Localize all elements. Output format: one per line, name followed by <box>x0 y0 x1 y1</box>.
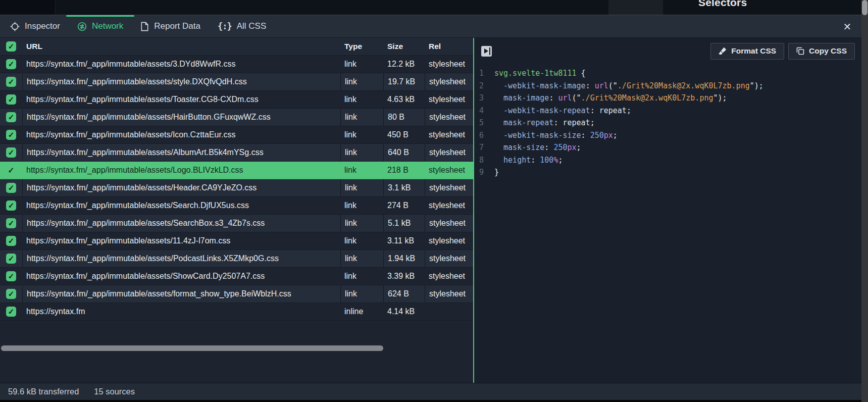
row-checkbox-cell: ✓ <box>0 200 22 211</box>
row-checkbox-cell: ✓ <box>0 77 22 87</box>
tab-label: All CSS <box>237 21 267 31</box>
table-row[interactable]: ✓ https://syntax.fm/_app/immutable/asset… <box>0 162 473 179</box>
row-size: 12.2 kB <box>383 60 425 69</box>
row-checkbox-cell: ✓ <box>0 289 22 299</box>
row-checkbox[interactable]: ✓ <box>6 94 16 105</box>
paintbrush-icon <box>719 47 727 55</box>
row-url: https://syntax.fm/_app/immutable/assets/… <box>22 272 340 281</box>
row-checkbox-cell: ✓ <box>0 218 22 228</box>
line-code: mask-repeat: repeat; <box>487 117 595 129</box>
row-type: link <box>340 73 383 90</box>
row-url: https://syntax.fm/_app/immutable/assets/… <box>22 95 340 104</box>
row-rel: stylesheet <box>425 109 473 126</box>
row-url: https://syntax.fm/_app/immutable/assets/… <box>22 236 340 245</box>
row-url: https://syntax.fm <box>22 307 340 316</box>
format-css-button[interactable]: Format CSS <box>710 43 784 60</box>
tab-all-css[interactable]: {:} All CSS <box>218 15 266 37</box>
select-all-checkbox[interactable]: ✓ <box>6 41 16 52</box>
row-type: link <box>340 109 383 126</box>
row-rel: stylesheet <box>425 215 473 232</box>
code-line: 2 -webkit-mask-image: url("./Grit%20Mask… <box>479 80 868 92</box>
row-url: https://syntax.fm/_app/immutable/assets/… <box>22 73 340 90</box>
row-checkbox[interactable]: ✓ <box>6 112 16 122</box>
sources-count: 15 sources <box>94 387 135 396</box>
select-all-checkbox-cell: ✓ <box>0 41 22 52</box>
copy-css-button[interactable]: Copy CSS <box>788 43 855 60</box>
row-checkbox[interactable]: ✓ <box>6 77 16 87</box>
table-row[interactable]: ✓ https://syntax.fm/_app/immutable/asset… <box>0 91 473 109</box>
row-size: 640 B <box>383 144 425 161</box>
row-size: 274 B <box>383 201 425 210</box>
line-code: -webkit-mask-repeat: repeat; <box>487 105 631 117</box>
column-header-url: URL <box>22 42 340 51</box>
table-row[interactable]: ✓ https://syntax.fm/_app/immutable/asset… <box>0 268 473 285</box>
row-checkbox[interactable]: ✓ <box>6 183 16 193</box>
row-checkbox[interactable]: ✓ <box>6 147 16 158</box>
table-row[interactable]: ✓ https://syntax.fm/_app/immutable/asset… <box>0 215 473 232</box>
row-checkbox-cell: ✓ <box>0 94 22 105</box>
code-line: 9 } <box>479 166 868 179</box>
table-row[interactable]: ✓ https://syntax.fm/_app/immutable/asset… <box>0 285 473 303</box>
row-url: https://syntax.fm/_app/immutable/assets/… <box>22 215 340 232</box>
table-row[interactable]: ✓ https://syntax.fm/_app/immutable/asset… <box>0 109 473 126</box>
page-behind-block <box>0 0 56 15</box>
screen: Selectors Inspector <box>0 0 868 402</box>
row-type: link <box>340 285 383 303</box>
page-selectors-heading: Selectors <box>698 0 747 9</box>
table-row[interactable]: ✓ https://syntax.fm/_app/immutable/asset… <box>0 73 473 91</box>
row-checkbox-cell: ✓ <box>0 307 22 317</box>
table-row[interactable]: ✓ https://syntax.fm inline 4.14 kB <box>0 303 473 321</box>
table-row[interactable]: ✓ https://syntax.fm/_app/immutable/asset… <box>0 232 473 250</box>
expand-panel-button[interactable] <box>481 46 492 57</box>
table-row[interactable]: ✓ https://syntax.fm/_app/immutable/asset… <box>0 126 473 144</box>
row-checkbox[interactable]: ✓ <box>6 271 16 281</box>
row-size: 624 B <box>383 285 425 303</box>
row-type: link <box>340 250 383 267</box>
row-checkbox-cell: ✓ <box>0 147 22 158</box>
row-url: https://syntax.fm/_app/immutable/assets/… <box>22 179 340 196</box>
format-css-label: Format CSS <box>731 46 776 56</box>
row-type: link <box>340 215 383 232</box>
row-checkbox-cell: ✓ <box>0 271 22 281</box>
row-type: link <box>340 272 383 281</box>
row-checkbox[interactable]: ✓ <box>6 307 16 317</box>
code-line: 3 mask-image: url("./Grit%20Mask@2x.wqK0… <box>479 92 868 105</box>
row-checkbox[interactable]: ✓ <box>6 254 16 264</box>
line-number: 3 <box>479 92 487 105</box>
row-checkbox[interactable]: ✓ <box>6 200 16 211</box>
row-type: link <box>340 201 383 210</box>
line-number: 5 <box>479 117 487 129</box>
row-type: link <box>340 95 383 104</box>
table-row[interactable]: ✓ https://syntax.fm/_app/immutable/asset… <box>0 197 473 215</box>
line-code: -webkit-mask-image: url("./Grit%20Mask@2… <box>487 80 763 92</box>
table-row[interactable]: ✓ https://syntax.fm/_app/immutable/asset… <box>0 250 473 268</box>
transferred-total: 59.6 kB transferred <box>8 387 79 396</box>
close-icon[interactable]: ✕ <box>842 21 853 32</box>
row-checkbox[interactable]: ✓ <box>6 236 16 246</box>
tab-inspector[interactable]: Inspector <box>10 15 60 37</box>
row-size: 4.63 kB <box>383 95 425 104</box>
horizontal-scrollbar-thumb[interactable] <box>1 345 383 351</box>
row-checkbox[interactable]: ✓ <box>6 218 16 228</box>
page-scrollbar-thumb[interactable] <box>862 0 867 15</box>
row-checkbox[interactable]: ✓ <box>6 289 16 299</box>
row-checkbox-cell: ✓ <box>0 112 22 122</box>
table-row[interactable]: ✓ https://syntax.fm/_app/immutable/asset… <box>0 56 473 73</box>
tab-network[interactable]: Network <box>77 15 123 37</box>
row-checkbox[interactable]: ✓ <box>8 166 14 175</box>
css-code-viewer[interactable]: 1 svg.svelte-1tw8111 { 2 -webkit-mask-im… <box>474 64 868 179</box>
row-checkbox-cell: ✓ <box>0 236 22 246</box>
row-size: 4.14 kB <box>383 307 425 316</box>
row-url: https://syntax.fm/_app/immutable/assets/… <box>22 166 340 175</box>
table-row[interactable]: ✓ https://syntax.fm/_app/immutable/asset… <box>0 179 473 197</box>
row-url: https://syntax.fm/_app/immutable/assets/… <box>22 60 340 69</box>
row-checkbox[interactable]: ✓ <box>6 130 16 140</box>
row-url: https://syntax.fm/_app/immutable/assets/… <box>22 250 340 267</box>
row-checkbox[interactable]: ✓ <box>6 59 16 69</box>
page-scrollbar-track[interactable] <box>861 0 868 402</box>
tab-report-data[interactable]: Report Data <box>140 15 200 37</box>
row-checkbox-cell: ✓ <box>0 254 22 264</box>
table-row[interactable]: ✓ https://syntax.fm/_app/immutable/asset… <box>0 144 473 162</box>
document-icon <box>140 22 149 31</box>
row-size: 3.11 kB <box>383 236 425 245</box>
